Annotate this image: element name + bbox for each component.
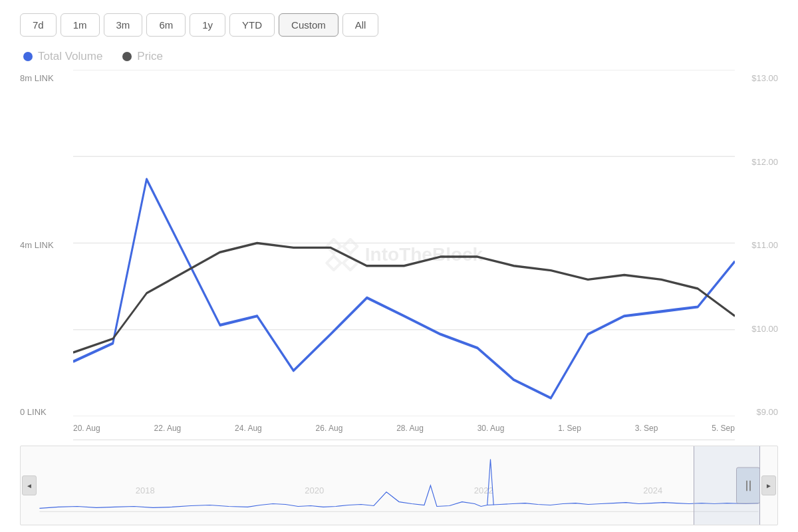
- btn-custom[interactable]: Custom: [279, 13, 338, 37]
- x-axis: 20. Aug 22. Aug 24. Aug 26. Aug 28. Aug …: [73, 416, 735, 440]
- legend-price: Price: [122, 50, 163, 63]
- time-range-selector: 7d 1m 3m 6m 1y YTD Custom All: [20, 13, 778, 37]
- y-left-top: 8m LINK: [20, 73, 73, 83]
- x-label-6: 1. Sep: [558, 424, 581, 433]
- y-axis-left: 8m LINK 4m LINK 0 LINK: [20, 70, 73, 440]
- x-label-1: 22. Aug: [154, 424, 182, 433]
- chart-wrapper: 8m LINK 4m LINK 0 LINK IntoTheBlock: [20, 70, 778, 440]
- btn-6m[interactable]: 6m: [146, 13, 186, 37]
- price-line: [73, 243, 735, 353]
- x-label-3: 26. Aug: [316, 424, 343, 433]
- x-label-8: 5. Sep: [712, 424, 735, 433]
- chart-navigator[interactable]: 2018 2020 2022 2024 ◄ ►: [20, 446, 778, 525]
- price-dot: [122, 52, 132, 61]
- x-label-4: 28. Aug: [396, 424, 424, 433]
- y-right-2: $11.00: [735, 240, 778, 250]
- x-label-5: 30. Aug: [477, 424, 505, 433]
- nav-right-icon: ►: [765, 482, 772, 489]
- y-right-0: $13.00: [735, 73, 778, 83]
- volume-line: [73, 180, 735, 398]
- total-volume-label: Total Volume: [38, 50, 102, 63]
- nav-drag-handle[interactable]: [736, 467, 760, 504]
- btn-7d[interactable]: 7d: [20, 13, 57, 37]
- y-left-mid: 4m LINK: [20, 240, 73, 250]
- btn-1m[interactable]: 1m: [61, 13, 100, 37]
- price-label: Price: [137, 50, 163, 63]
- main-container: 7d 1m 3m 6m 1y YTD Custom All Total Volu…: [0, 0, 798, 532]
- btn-ytd[interactable]: YTD: [229, 13, 275, 37]
- btn-1y[interactable]: 1y: [190, 13, 225, 37]
- legend-total-volume: Total Volume: [23, 50, 102, 63]
- btn-all[interactable]: All: [342, 13, 379, 37]
- y-left-bot: 0 LINK: [20, 407, 73, 417]
- btn-3m[interactable]: 3m: [104, 13, 143, 37]
- x-label-0: 20. Aug: [73, 424, 100, 433]
- nav-arrow-left[interactable]: ◄: [22, 475, 37, 495]
- overview-svg: [21, 446, 777, 525]
- chart-legend: Total Volume Price: [23, 50, 778, 63]
- nav-center-icon: [746, 480, 751, 491]
- nav-left-icon: ◄: [26, 482, 33, 489]
- y-right-1: $12.00: [735, 157, 778, 167]
- main-chart-svg: [73, 70, 735, 416]
- x-label-2: 24. Aug: [235, 424, 262, 433]
- chart-body: IntoTheBlock 20. Aug 22. Aug: [73, 70, 735, 440]
- y-axis-right: $13.00 $12.00 $11.00 $10.00 $9.00: [735, 70, 778, 440]
- y-right-3: $10.00: [735, 324, 778, 334]
- total-volume-dot: [23, 52, 33, 61]
- nav-arrow-right[interactable]: ►: [761, 475, 776, 495]
- y-right-4: $9.00: [735, 407, 778, 417]
- x-label-7: 3. Sep: [635, 424, 658, 433]
